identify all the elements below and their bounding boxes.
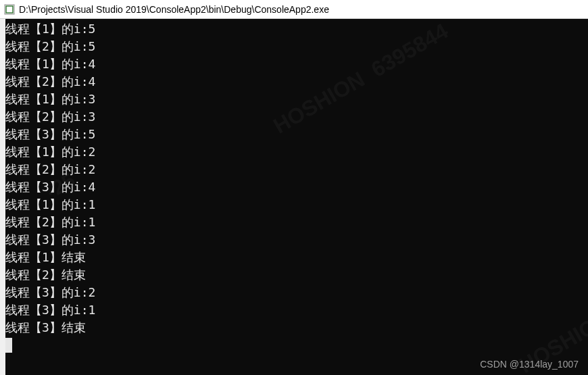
window-title: D:\Projects\Visual Studio 2019\ConsoleAp… <box>19 4 329 15</box>
window-title-bar: D:\Projects\Visual Studio 2019\ConsoleAp… <box>0 0 588 19</box>
console-line: 线程【2】结束 <box>5 266 588 284</box>
console-line: 线程【3】的i:5 <box>5 126 588 143</box>
console-line: 线程【1】的i:3 <box>5 91 588 108</box>
console-line: 线程【2】的i:2 <box>5 161 588 178</box>
window-left-edge <box>0 19 5 375</box>
console-line: 线程【1】的i:5 <box>5 20 588 38</box>
console-cursor <box>5 338 12 353</box>
console-line: 线程【1】的i:1 <box>5 196 588 214</box>
app-icon <box>4 4 15 15</box>
console-line: 线程【3】的i:4 <box>5 178 588 196</box>
console-line: 线程【2】的i:3 <box>5 108 588 126</box>
console-line: 线程【1】的i:2 <box>5 143 588 161</box>
console-line: 线程【3】结束 <box>5 319 588 336</box>
console-line: 线程【3】的i:2 <box>5 284 588 301</box>
console-line: 线程【2】的i:4 <box>5 73 588 91</box>
console-line: 线程【3】的i:1 <box>5 301 588 319</box>
console-line: 线程【1】的i:4 <box>5 55 588 73</box>
console-line: 线程【1】结束 <box>5 249 588 266</box>
console-output[interactable]: 线程【1】的i:5线程【2】的i:5线程【1】的i:4线程【2】的i:4线程【1… <box>5 19 588 375</box>
csdn-watermark: CSDN @1314lay_1007 <box>480 359 579 370</box>
console-line: 线程【3】的i:3 <box>5 231 588 249</box>
console-line: 线程【2】的i:1 <box>5 214 588 231</box>
console-line: 线程【2】的i:5 <box>5 38 588 55</box>
